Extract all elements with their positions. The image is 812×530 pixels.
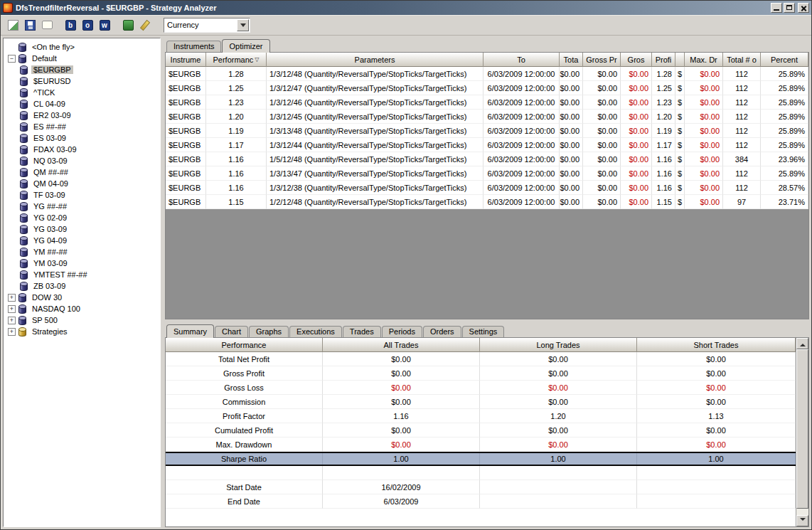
- tab-orders[interactable]: Orders: [423, 326, 461, 337]
- tree-item-ym[interactable]: YM ##-##: [4, 246, 160, 258]
- scrollbar-thumb[interactable]: [796, 349, 808, 509]
- tree-item-es[interactable]: ES ##-##: [4, 121, 160, 132]
- summary-row-start-date[interactable]: Start Date16/02/2009: [166, 480, 796, 494]
- run-button[interactable]: [119, 17, 137, 33]
- tree-item-zb-03-09[interactable]: ZB 03-09: [4, 280, 160, 292]
- column-header-gross-pr[interactable]: Gross Pr: [583, 53, 621, 67]
- column-header-to[interactable]: To: [484, 53, 560, 67]
- tree-item-yg[interactable]: YG ##-##: [4, 201, 160, 212]
- tree-item-tf-03-09[interactable]: TF 03-09: [4, 189, 160, 201]
- scroll-down-button[interactable]: [796, 515, 808, 526]
- tree-item-label: YG ##-##: [31, 202, 69, 211]
- optimizer-row[interactable]: $EURGB1.281/3/12/48 (Quantity/ReversalTy…: [166, 67, 808, 81]
- summary-row-commission[interactable]: Commission$0.00$0.00$0.00: [166, 395, 796, 409]
- tree-item-ymtest[interactable]: YMTEST ##-##: [4, 269, 160, 280]
- tree-item-dow-30[interactable]: +DOW 30: [4, 292, 160, 303]
- tab-trades[interactable]: Trades: [343, 326, 381, 337]
- tab-periods[interactable]: Periods: [382, 326, 422, 337]
- cell: 112: [723, 124, 761, 138]
- tree-expander-expand-icon[interactable]: +: [8, 317, 16, 324]
- column-header-performance[interactable]: Performance: [166, 338, 323, 352]
- optimizer-row[interactable]: $EURGB1.251/3/12/47 (Quantity/ReversalTy…: [166, 81, 808, 95]
- optimizer-row[interactable]: $EURGB1.191/3/13/48 (Quantity/ReversalTy…: [166, 124, 808, 138]
- close-button[interactable]: [798, 3, 809, 13]
- tree-item-nasdaq-100[interactable]: +NASDAQ 100: [4, 303, 160, 314]
- letter-o-button[interactable]: o: [79, 17, 96, 33]
- column-header-gros[interactable]: Gros: [621, 53, 652, 67]
- column-header-percent[interactable]: Percent: [761, 53, 808, 67]
- tree-item-cl-04-09[interactable]: CL 04-09: [4, 98, 160, 110]
- column-header-blank[interactable]: [675, 53, 685, 67]
- maximize-button[interactable]: [784, 3, 795, 13]
- summary-row-gross-loss[interactable]: Gross Loss$0.00$0.00$0.00: [166, 381, 796, 395]
- optimizer-row[interactable]: $EURGB1.171/3/12/44 (Quantity/ReversalTy…: [166, 138, 808, 152]
- dropdown-arrow-button[interactable]: [237, 19, 249, 31]
- summary-row-profit-factor[interactable]: Profit Factor1.161.201.13: [166, 409, 796, 423]
- tree-expander-expand-icon[interactable]: +: [8, 305, 16, 313]
- minimize-button[interactable]: [771, 3, 782, 13]
- tree-item-er2-03-09[interactable]: ER2 03-09: [4, 110, 160, 121]
- display-currency-dropdown[interactable]: Currency: [164, 18, 250, 33]
- optimizer-row[interactable]: $EURGB1.201/3/12/45 (Quantity/ReversalTy…: [166, 110, 808, 124]
- optimizer-row[interactable]: $EURGB1.161/3/12/38 (Quantity/ReversalTy…: [166, 181, 808, 195]
- tree-item-strategies[interactable]: +Strategies: [4, 326, 160, 337]
- toolbar: bow Currency: [1, 15, 811, 36]
- tree-item-sp-500[interactable]: +SP 500: [4, 314, 160, 326]
- cell: $0.00: [323, 352, 480, 366]
- column-header-tota[interactable]: Tota: [560, 53, 583, 67]
- tree-expander-expand-icon[interactable]: +: [8, 294, 16, 302]
- optimizer-row[interactable]: $EURGB1.161/3/13/47 (Quantity/ReversalTy…: [166, 166, 808, 181]
- tree-item-yg-03-09[interactable]: YG 03-09: [4, 223, 160, 235]
- new-chart-button[interactable]: [4, 17, 21, 33]
- optimizer-row[interactable]: $EURGB1.151/2/12/48 (Quantity/ReversalTy…: [166, 195, 808, 209]
- column-header-performanc[interactable]: Performanc▽: [206, 53, 267, 67]
- tree-item-eurgbp[interactable]: $EURGBP: [4, 64, 160, 75]
- tab-instruments[interactable]: Instruments: [166, 41, 221, 52]
- tab-optimizer[interactable]: Optimizer: [222, 39, 269, 53]
- tree-item-eurusd[interactable]: $EURUSD: [4, 75, 160, 87]
- tree-item-fdax-03-09[interactable]: FDAX 03-09: [4, 144, 160, 155]
- summary-row-sharpe-ratio[interactable]: Sharpe Ratio1.001.001.00: [166, 452, 796, 466]
- letter-w-button[interactable]: w: [96, 17, 113, 33]
- tab-graphs[interactable]: Graphs: [249, 326, 289, 337]
- letter-b-button[interactable]: b: [62, 17, 79, 33]
- tree-item-es-03-09[interactable]: ES 03-09: [4, 132, 160, 144]
- scrollbar-track[interactable]: [796, 349, 808, 515]
- tree-item-on-the-fly[interactable]: <On the fly>: [4, 41, 160, 53]
- tree-item-yg-02-09[interactable]: YG 02-09: [4, 212, 160, 223]
- summary-row-gross-profit[interactable]: Gross Profit$0.00$0.00$0.00: [166, 366, 796, 381]
- summary-row-cumulated-profit[interactable]: Cumulated Profit$0.00$0.00$0.00: [166, 423, 796, 438]
- tab-summary[interactable]: Summary: [166, 324, 214, 338]
- column-header-instrume[interactable]: Instrume: [166, 53, 206, 67]
- summary-row-blank[interactable]: [166, 466, 796, 480]
- tab-settings[interactable]: Settings: [462, 326, 505, 337]
- save-button[interactable]: [21, 17, 38, 33]
- edit-button[interactable]: [137, 17, 154, 33]
- summary-scrollbar[interactable]: [796, 338, 808, 526]
- tree-item-nq-03-09[interactable]: NQ 03-09: [4, 155, 160, 166]
- column-header-all-trades[interactable]: All Trades: [323, 338, 480, 352]
- tree-item-yg-04-09[interactable]: YG 04-09: [4, 235, 160, 246]
- tab-executions[interactable]: Executions: [289, 326, 342, 337]
- summary-row-max-drawdown[interactable]: Max. Drawdown$0.00$0.00$0.00: [166, 438, 796, 452]
- tree-item-default[interactable]: −Default: [4, 53, 160, 64]
- optimizer-row[interactable]: $EURGB1.231/3/12/46 (Quantity/ReversalTy…: [166, 95, 808, 110]
- optimizer-row[interactable]: $EURGB1.161/5/12/48 (Quantity/ReversalTy…: [166, 152, 808, 166]
- summary-row-end-date[interactable]: End Date6/03/2009: [166, 494, 796, 509]
- tab-chart[interactable]: Chart: [215, 326, 248, 337]
- tree-item-ym-03-09[interactable]: YM 03-09: [4, 258, 160, 269]
- column-header-total-o[interactable]: Total # o: [723, 53, 761, 67]
- summary-row-total-net-profit[interactable]: Total Net Profit$0.00$0.00$0.00: [166, 352, 796, 366]
- tree-expander-collapse-icon[interactable]: −: [8, 55, 16, 63]
- scroll-up-button[interactable]: [796, 338, 808, 349]
- comment-button[interactable]: [38, 17, 55, 33]
- column-header-parameters[interactable]: Parameters: [267, 53, 484, 67]
- column-header-max-dr[interactable]: Max. Dr: [685, 53, 723, 67]
- tree-expander-expand-icon[interactable]: +: [8, 328, 16, 336]
- column-header-profi[interactable]: Profi: [652, 53, 675, 67]
- tree-item-qm-04-09[interactable]: QM 04-09: [4, 178, 160, 189]
- column-header-short-trades[interactable]: Short Trades: [637, 338, 796, 352]
- tree-item-tick[interactable]: ^TICK: [4, 87, 160, 98]
- column-header-long-trades[interactable]: Long Trades: [480, 338, 637, 352]
- tree-item-qm[interactable]: QM ##-##: [4, 166, 160, 178]
